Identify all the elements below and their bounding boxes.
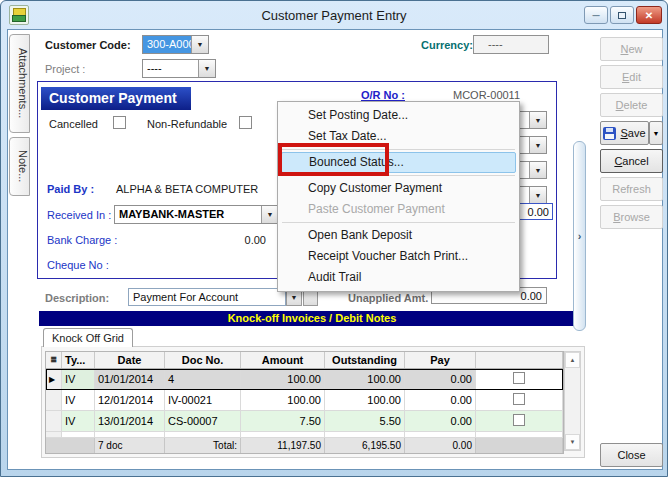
menu-item-audit-trail[interactable]: Audit Trail	[279, 267, 518, 288]
column-header-amount[interactable]: Amount	[241, 352, 325, 368]
description-field[interactable]: Payment For Account	[128, 288, 286, 306]
cell-amount[interactable]: 7.50	[241, 411, 325, 431]
column-header-docno[interactable]: Doc No.	[165, 352, 241, 368]
cell-outstanding[interactable]: 100.00	[325, 369, 405, 389]
bank-charge-label: Bank Charge :	[47, 234, 117, 246]
cell-outstanding[interactable]: 100.00	[325, 390, 405, 410]
project-combo[interactable]: ---- ▼	[142, 59, 216, 78]
paid-by-value[interactable]: ALPHA & BETA COMPUTER	[116, 183, 258, 195]
expand-panel-splitter[interactable]: ›	[573, 141, 586, 331]
column-header-pay[interactable]: Pay	[405, 352, 476, 368]
cell-date[interactable]: 13/01/2014	[95, 411, 165, 431]
tab-knock-off-grid[interactable]: Knock Off Grid	[43, 328, 133, 347]
received-in-value[interactable]: MAYBANK-MASTER	[115, 206, 261, 223]
payment-method-combo-4[interactable]: ▼	[518, 186, 547, 204]
payment-method-combo-3[interactable]: ▼	[518, 161, 547, 179]
non-refundable-checkbox[interactable]	[239, 116, 252, 129]
close-button-label: Close	[617, 449, 645, 461]
knockoff-grid: ≣ Ty... Date Doc No. Amount Outstanding …	[45, 351, 564, 454]
unapplied-amt-label: Unapplied Amt.	[348, 292, 428, 304]
cell-type[interactable]: IV	[62, 369, 95, 389]
column-header-type[interactable]: Ty...	[62, 352, 95, 368]
refresh-button-label: Refresh	[612, 183, 651, 195]
or-no-label[interactable]: O/R No :	[361, 89, 405, 101]
footer-doc-count: 7 doc	[95, 438, 165, 453]
cell-type[interactable]: IV	[62, 390, 95, 410]
menu-item-receipt-voucher-batch-print[interactable]: Receipt Voucher Batch Print...	[279, 246, 518, 267]
non-refundable-label: Non-Refundable	[147, 118, 227, 130]
cancelled-checkbox[interactable]	[113, 116, 126, 129]
delete-button: Delete	[600, 93, 663, 117]
tab-note[interactable]: Note...	[9, 137, 30, 196]
bank-charge-field[interactable]: 0.00	[151, 234, 266, 246]
save-button[interactable]: Save	[600, 121, 649, 145]
cell-docno[interactable]: 4	[165, 369, 241, 389]
column-header-outstanding[interactable]: Outstanding	[325, 352, 405, 368]
row-indicator	[46, 411, 62, 431]
table-row[interactable]: IV 12/01/2014 IV-00021 100.00 100.00 0.0…	[46, 390, 563, 411]
cell	[165, 432, 241, 437]
scroll-down-icon[interactable]: ▼	[565, 434, 580, 450]
cell-docno[interactable]: IV-00021	[165, 390, 241, 410]
row-checkbox[interactable]	[513, 372, 525, 384]
close-window-button[interactable]: ✕	[636, 6, 662, 24]
row-checkbox[interactable]	[513, 414, 525, 426]
floppy-disk-icon	[603, 127, 616, 140]
payment-method-combo-1[interactable]: ▼	[518, 111, 547, 129]
chevron-down-icon[interactable]: ▼	[191, 36, 208, 53]
cell	[62, 432, 95, 437]
cell-pay[interactable]: 0.00	[405, 390, 476, 410]
cancel-button[interactable]: Cancel	[600, 149, 663, 173]
paid-by-label: Paid By :	[47, 183, 94, 195]
titlebar[interactable]: Customer Payment Entry ─ ✕	[1, 1, 667, 29]
chevron-down-icon[interactable]: ▼	[529, 187, 546, 203]
combo-value	[519, 162, 529, 178]
maximize-button[interactable]	[610, 6, 634, 24]
cell-docno[interactable]: CS-00007	[165, 411, 241, 431]
column-header-date[interactable]: Date	[95, 352, 165, 368]
menu-item-paste-customer-payment: Paste Customer Payment	[279, 199, 518, 220]
scroll-up-icon[interactable]: ▲	[565, 352, 580, 368]
cell-pay[interactable]: 0.00	[405, 369, 476, 389]
menu-item-copy-customer-payment[interactable]: Copy Customer Payment	[279, 178, 518, 199]
chevron-down-icon[interactable]: ▼	[529, 112, 546, 128]
new-button-label: New	[620, 43, 642, 55]
customer-code-combo[interactable]: 300-A0002 ▼	[142, 35, 209, 54]
description-label: Description:	[45, 292, 109, 304]
close-button[interactable]: Close	[600, 443, 663, 467]
project-value[interactable]: ----	[143, 60, 198, 77]
chevron-down-icon[interactable]: ▼	[261, 206, 278, 223]
footer-outstanding-total: 6,195.50	[325, 438, 405, 453]
tab-attachments[interactable]: Attachments...	[9, 34, 30, 133]
cheque-no-label: Cheque No :	[47, 259, 109, 271]
chevron-down-icon[interactable]: ▼	[529, 137, 546, 153]
combo-value	[519, 137, 529, 153]
cell-amount[interactable]: 100.00	[241, 390, 325, 410]
menu-item-set-posting-date[interactable]: Set Posting Date...	[279, 105, 518, 126]
cancel-button-label: Cancel	[614, 155, 648, 167]
customer-code-value[interactable]: 300-A0002	[143, 36, 191, 53]
cell-date[interactable]: 01/01/2014	[95, 369, 165, 389]
payment-method-combo-2[interactable]: ▼	[518, 136, 547, 154]
received-in-combo[interactable]: MAYBANK-MASTER ▼	[114, 205, 279, 224]
row-checkbox[interactable]	[513, 393, 525, 405]
chevron-down-icon[interactable]: ▼	[529, 162, 546, 178]
table-row[interactable]: ▶ IV 01/01/2014 4 100.00 100.00 0.00	[46, 369, 563, 390]
menu-item-open-bank-deposit[interactable]: Open Bank Deposit	[279, 225, 518, 246]
delete-button-label: Delete	[616, 99, 648, 111]
cell-date[interactable]: 12/01/2014	[95, 390, 165, 410]
cell-amount[interactable]: 100.00	[241, 369, 325, 389]
project-label: Project :	[45, 63, 85, 75]
grid-vertical-scrollbar[interactable]: ▲ ▼	[564, 351, 581, 451]
footer-blank	[476, 438, 563, 453]
currency-field: ----	[473, 35, 549, 54]
edit-button: Edit	[600, 65, 663, 89]
table-row[interactable]: IV 13/01/2014 CS-00007 7.50 5.50 0.00	[46, 411, 563, 432]
minimize-button[interactable]: ─	[584, 6, 608, 24]
cell-pay[interactable]: 0.00	[405, 411, 476, 431]
cell-type[interactable]: IV	[62, 411, 95, 431]
cell-outstanding[interactable]: 5.50	[325, 411, 405, 431]
footer-total-label: Total:	[165, 438, 241, 453]
chevron-down-icon[interactable]: ▼	[198, 60, 215, 77]
save-dropdown-button[interactable]: ▼	[649, 121, 663, 145]
